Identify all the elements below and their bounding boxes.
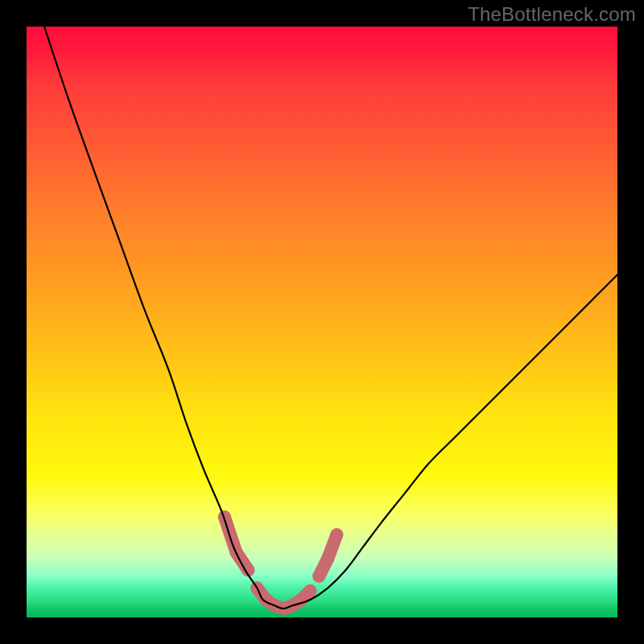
curve-layer bbox=[27, 27, 617, 617]
watermark-text: TheBottleneck.com bbox=[468, 3, 636, 26]
bottleneck-curve bbox=[44, 27, 617, 609]
plot-area bbox=[27, 27, 617, 617]
highlight-markers bbox=[218, 510, 343, 615]
chart-frame: TheBottleneck.com bbox=[0, 0, 644, 644]
highlight-segment bbox=[328, 535, 336, 558]
highlight-segment bbox=[301, 591, 310, 600]
